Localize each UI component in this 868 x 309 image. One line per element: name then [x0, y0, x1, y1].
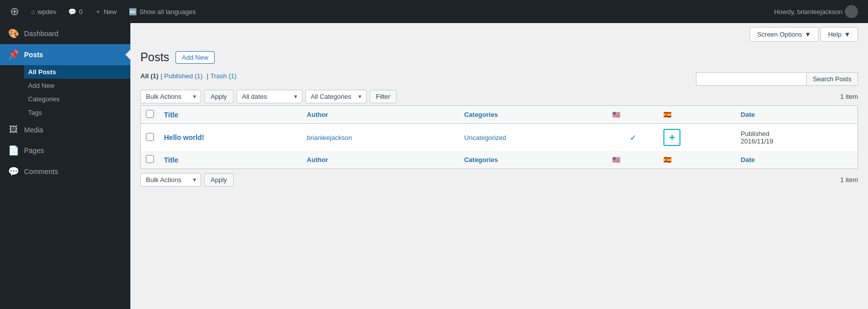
- sidebar-add-new-label: Add New: [28, 82, 55, 89]
- row-date-cell: Published 2016/11/19: [736, 124, 857, 151]
- date-footer[interactable]: Date: [736, 151, 857, 169]
- dates-wrapper: All dates November 2016 ▼: [237, 90, 302, 103]
- sidebar-item-dashboard[interactable]: 🎨 Dashboard: [0, 23, 130, 44]
- sidebar-posts-label: Posts: [24, 51, 43, 59]
- comments-menu-icon: 💬: [8, 166, 19, 177]
- apply-button-bottom[interactable]: Apply: [204, 173, 234, 187]
- row-categories-cell: Uncategorized: [459, 124, 607, 151]
- bulk-actions-select-bottom[interactable]: Bulk Actions Edit Move to Trash: [140, 173, 201, 187]
- pages-icon: 📄: [8, 145, 19, 156]
- filter-button[interactable]: Filter: [370, 90, 397, 103]
- sub-nav: All (1) | Published (1) | Trash (1): [140, 72, 696, 80]
- date-footer-link[interactable]: Date: [741, 156, 755, 164]
- page-title: Posts: [140, 51, 169, 64]
- add-translation-button[interactable]: +: [663, 129, 680, 146]
- admin-bar-logo[interactable]: ⊕: [5, 0, 24, 23]
- flag-es-header: 🇪🇸: [658, 106, 736, 124]
- checkmark-icon: ✓: [630, 133, 636, 142]
- category-link[interactable]: Uncategorized: [464, 134, 506, 141]
- flag-en-footer-icon: 🇺🇸: [612, 156, 620, 164]
- admin-bar-comments[interactable]: 💬 0: [63, 0, 87, 23]
- posts-table: Title Author Categories 🇺🇸 🇪🇸: [140, 105, 858, 169]
- sidebar-item-categories[interactable]: Categories: [24, 92, 130, 106]
- sidebar-item-posts[interactable]: 📌 Posts: [0, 44, 130, 65]
- sidebar-pages-label: Pages: [24, 146, 44, 154]
- date-header-link[interactable]: Date: [741, 111, 755, 118]
- dashboard-icon: 🎨: [8, 28, 19, 39]
- title-footer[interactable]: Title: [159, 151, 302, 169]
- sidebar-item-all-posts[interactable]: All Posts: [24, 65, 130, 79]
- search-input[interactable]: [696, 72, 806, 86]
- categories-select[interactable]: All Categories Uncategorized: [305, 90, 367, 103]
- languages-label: Show all languages: [139, 8, 196, 16]
- admin-bar-user[interactable]: Howdy, brianleejackson: [769, 5, 863, 18]
- screen-options-button[interactable]: Screen Options ▼: [750, 27, 818, 42]
- help-label: Help: [828, 31, 841, 38]
- table-controls-top: Bulk Actions Edit Move to Trash ▼ Apply …: [140, 90, 858, 103]
- user-greeting: Howdy, brianleejackson: [774, 8, 842, 16]
- comments-count: 0: [79, 8, 82, 16]
- author-link[interactable]: brianleejackson: [307, 134, 352, 141]
- row-checkbox-cell: [141, 124, 159, 151]
- separator2: |: [207, 72, 208, 80]
- table-row: Hello world! brianleejackson Uncategoriz…: [141, 124, 858, 151]
- sidebar: 🎨 Dashboard 📌 Posts All Posts Add New Ca…: [0, 23, 130, 309]
- title-footer-link[interactable]: Title: [164, 156, 179, 164]
- avatar: [845, 5, 858, 18]
- checkbox-footer: [141, 151, 159, 169]
- admin-bar-site[interactable]: ⌂ wpdev: [26, 0, 61, 23]
- page-header: Posts Add New: [140, 51, 858, 64]
- subnav-search-row: Search Posts All (1) | Published (1) | T…: [140, 72, 858, 90]
- sidebar-comments-label: Comments: [24, 168, 58, 176]
- posts-icon: 📌: [8, 49, 19, 60]
- media-icon: 🖼: [8, 124, 19, 135]
- flag-es-footer: 🇪🇸: [658, 151, 736, 169]
- sidebar-tags-label: Tags: [28, 109, 42, 116]
- categories-header: Categories: [459, 106, 607, 124]
- sidebar-posts-sub: All Posts Add New Categories Tags: [0, 65, 130, 119]
- row-flag-es-cell: +: [658, 124, 736, 151]
- apply-button-top[interactable]: Apply: [204, 90, 234, 103]
- row-flag-en-cell: ✓: [607, 124, 658, 151]
- title-header[interactable]: Title: [159, 106, 302, 124]
- sidebar-item-media[interactable]: 🖼 Media: [0, 119, 130, 140]
- search-posts-button[interactable]: Search Posts: [806, 72, 858, 86]
- subnav-trash[interactable]: Trash (1): [211, 72, 237, 80]
- flag-en-icon: 🇺🇸: [612, 111, 620, 118]
- post-title-link[interactable]: Hello world!: [164, 133, 204, 141]
- sidebar-item-pages[interactable]: 📄 Pages: [0, 140, 130, 161]
- screen-options-label: Screen Options: [757, 31, 802, 38]
- sidebar-item-tags[interactable]: Tags: [24, 106, 130, 119]
- select-all-checkbox[interactable]: [146, 110, 154, 118]
- new-label: New: [104, 8, 117, 16]
- sidebar-item-comments[interactable]: 💬 Comments: [0, 161, 130, 182]
- bulk-actions-wrapper-bottom: Bulk Actions Edit Move to Trash ▼: [140, 173, 201, 187]
- plus-icon: ＋: [95, 7, 101, 16]
- categories-wrapper: All Categories Uncategorized ▼: [305, 90, 367, 103]
- sidebar-media-label: Media: [24, 126, 43, 134]
- row-title-cell: Hello world!: [159, 124, 302, 151]
- layout: 🎨 Dashboard 📌 Posts All Posts Add New Ca…: [0, 23, 868, 309]
- flag-en-footer: 🇺🇸: [607, 151, 658, 169]
- admin-bar-new[interactable]: ＋ New: [90, 0, 122, 23]
- title-header-link[interactable]: Title: [164, 111, 179, 119]
- sidebar-item-add-new[interactable]: Add New: [24, 79, 130, 92]
- admin-bar-right: Howdy, brianleejackson: [769, 5, 863, 18]
- select-all-footer-checkbox[interactable]: [146, 155, 154, 163]
- date-header[interactable]: Date: [736, 106, 857, 124]
- bulk-actions-select-top[interactable]: Bulk Actions Edit Move to Trash: [140, 90, 201, 103]
- comments-icon: 💬: [68, 8, 76, 16]
- content-area: Posts Add New Search Posts All (1) | Pub…: [130, 46, 868, 197]
- admin-bar-languages[interactable]: 🔤 Show all languages: [124, 0, 201, 23]
- add-new-button[interactable]: Add New: [176, 51, 215, 64]
- subnav-published[interactable]: Published (1): [164, 72, 203, 80]
- bulk-actions-wrapper-top: Bulk Actions Edit Move to Trash ▼: [140, 90, 201, 103]
- sidebar-categories-label: Categories: [28, 95, 60, 103]
- screen-options-bar: Screen Options ▼ Help ▼: [130, 23, 868, 46]
- flag-en-header: 🇺🇸: [607, 106, 658, 124]
- help-button[interactable]: Help ▼: [820, 27, 858, 42]
- row-checkbox[interactable]: [146, 133, 154, 141]
- sidebar-dashboard-label: Dashboard: [24, 30, 59, 38]
- subnav-all[interactable]: All (1): [140, 72, 158, 80]
- dates-select[interactable]: All dates November 2016: [237, 90, 302, 103]
